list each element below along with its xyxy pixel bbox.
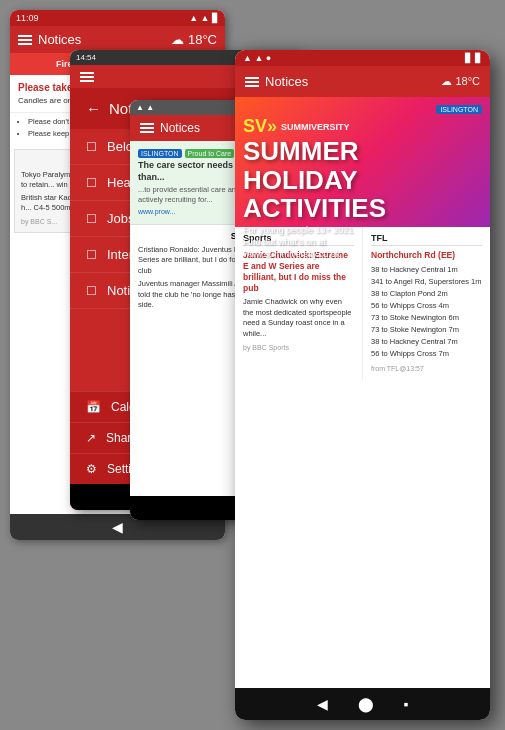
jobs-icon: ☐ — [86, 212, 97, 226]
screen3-menu-icon[interactable] — [140, 123, 154, 133]
screen4-title: Notices — [265, 74, 308, 89]
screen1-title: Notices — [38, 32, 81, 47]
screen4-nav: ◀ ⬤ ▪ — [235, 688, 490, 720]
screen3-islington-badge: ISLINGTON — [138, 149, 182, 158]
screen2-time: 14:54 — [76, 53, 96, 62]
interventions-icon: ☐ — [86, 248, 97, 262]
screen4-tfl-list: 38 to Hackney Central 1m 341 to Angel Rd… — [371, 264, 482, 360]
screen1-time: 11:09 — [16, 13, 39, 23]
tfl-item: 73 to Stoke Newington 6m — [371, 312, 482, 324]
screen1-status-icons: ▲ ▲ ▊ — [189, 13, 219, 23]
tfl-item: 341 to Angel Rd, Superstores 1m — [371, 276, 482, 288]
notices-icon: ☐ — [86, 284, 97, 298]
screen4-islington-badge: ISLINGTON — [436, 105, 482, 114]
screen2-menu-icon[interactable] — [80, 72, 94, 82]
menu-icon[interactable] — [18, 35, 32, 45]
calendar-icon: 📅 — [86, 400, 101, 414]
screen3-status-icons-left: ▲ ▲ — [136, 103, 154, 112]
tfl-item: 73 to Stoke Newington 7m — [371, 324, 482, 336]
screen3-proud-badge: Proud to Care — [185, 149, 235, 158]
screen4-summer-sub3: www.summiversity.co.uk — [243, 249, 482, 259]
screen4-sports-byline: by BBC Sports — [243, 343, 354, 353]
screen4-islington-area: ISLINGTON — [243, 105, 482, 114]
back-button[interactable]: ◀ — [112, 519, 123, 535]
screen4-sports-body: Jamie Chadwick on why even the most dedi… — [243, 297, 354, 339]
screen4-status-bar: ▲ ▲ ● ▊ ▊ — [235, 50, 490, 66]
screen4-status-left: ▲ ▲ ● — [243, 53, 271, 63]
tfl-item: 38 to Hackney Central 7m — [371, 336, 482, 348]
screen4-summer-sub2: Find out what's on at — [243, 237, 482, 247]
belonging-icon: ☐ — [86, 140, 97, 154]
share-icon: ↗ — [86, 431, 96, 445]
screen3-title: Notices — [160, 121, 200, 135]
screen4-summer-sub1: For young people 13+ 2021 — [243, 225, 482, 235]
screen4-hero: ISLINGTON SV» SUMMIVERSITY SUMMERHOLIDAY… — [235, 97, 490, 227]
screen4-status-right: ▊ ▊ — [465, 53, 482, 63]
screen4-header: Notices ☁ 18°C — [235, 66, 490, 97]
health-icon: ☐ — [86, 176, 97, 190]
tfl-item: 56 to Whipps Cross 4m — [371, 300, 482, 312]
tfl-item: 38 to Hackney Central 1m — [371, 264, 482, 276]
tfl-item: 56 to Whipps Cross 7m — [371, 348, 482, 360]
settings-icon: ⚙ — [86, 462, 97, 476]
screen1-status-bar: 11:09 ▲ ▲ ▊ — [10, 10, 225, 26]
tfl-item: 38 to Clapton Pond 2m — [371, 288, 482, 300]
screen4-nav-home[interactable]: ⬤ — [358, 696, 374, 712]
screen4-summer-text: SUMMERHOLIDAYACTIVITIES — [243, 137, 482, 223]
screen4-sv-logo: SV» — [243, 116, 277, 137]
screen1-weather: ☁ 18°C — [171, 32, 217, 47]
menu-back-icon[interactable]: ← — [86, 100, 101, 117]
screen4-nav-recent[interactable]: ▪ — [404, 696, 409, 712]
screen1-header: Notices ☁ 18°C — [10, 26, 225, 53]
screen4-hero-overlay: ISLINGTON SV» SUMMIVERSITY SUMMERHOLIDAY… — [235, 97, 490, 227]
screen4-summer-brand: SUMMIVERSITY — [281, 122, 350, 132]
screen4-weather: ☁ 18°C — [441, 75, 480, 88]
screen4-nav-back[interactable]: ◀ — [317, 696, 328, 712]
screen4: ▲ ▲ ● ▊ ▊ Notices ☁ 18°C ISLINGTON SV» S… — [235, 50, 490, 720]
screen4-tfl-byline: from TFL@13:57 — [371, 364, 482, 374]
screen4-menu-icon[interactable] — [245, 77, 259, 87]
